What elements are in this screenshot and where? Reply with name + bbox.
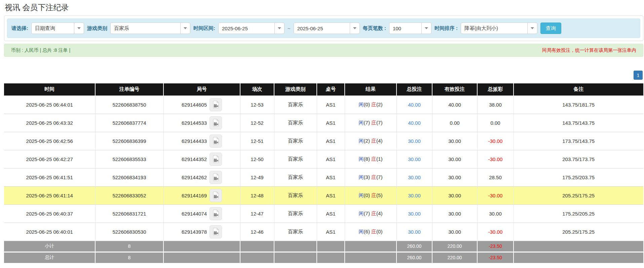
player-result-count: (0) [364,192,370,198]
col-table: 桌号 [317,83,345,95]
notice-text: 同局有效投注，统一计算在该局第一张注单内 [542,47,636,53]
cell-note: 203.75/173.75 [514,150,643,168]
round-id-text: 629144352 [182,156,207,162]
table-row: 2025-06-25 06:42:56 522606836399 6291444… [4,132,643,150]
video-replay-button[interactable] [210,189,222,202]
player-result-label: 闲 [359,174,364,180]
date-from-value: 2025-06-25 [219,23,274,34]
date-to-select[interactable]: 2025-06-25 [294,23,360,34]
video-replay-button[interactable] [210,171,222,184]
player-result-count: (0) [364,102,370,107]
cell-round-id: 629143978 [163,223,240,241]
cell-total-bet[interactable]: 40.00 [396,95,432,114]
cell-table: AS1 [317,114,345,132]
cell-valid-bet: 30.00 [432,168,477,186]
cell-payout: 28.50 [477,168,514,186]
video-replay-button[interactable] [210,135,222,148]
date-from-select[interactable]: 2025-06-25 [218,23,285,34]
cell-round-id: 629144605 [163,95,240,114]
cell-valid-bet: 30.00 [432,150,477,168]
cell-total-bet[interactable]: 40.00 [396,114,432,132]
cell-session: 12-50 [240,150,274,168]
cell-valid-bet: 30.00 [432,223,477,241]
table-row: 2025-06-25 06:41:14 522606833052 6291441… [4,186,643,204]
chevron-down-icon [180,23,190,34]
video-file-icon [212,155,220,163]
cell-session: 12-49 [240,168,274,186]
cell-payout: 0.00 [477,114,514,132]
cell-session: 12-47 [240,204,274,223]
banker-result-label: 庄 [371,156,376,162]
currency-summary-text: 币别 : 人民币 | 总共 :8 注单 | [11,47,70,53]
page-1-button[interactable]: 1 [634,71,643,80]
cell-table: AS1 [317,132,345,150]
subtotal-valid-bet: 220.00 [432,241,477,252]
cell-round-id: 629144433 [163,132,240,150]
player-result-label: 闲 [359,210,364,216]
sort-order-select[interactable]: 降幂(由大到小) [461,23,537,34]
chevron-down-icon [421,23,431,34]
chevron-down-icon [74,23,84,34]
cell-bet-id: 522606833052 [95,186,163,204]
query-type-select[interactable]: 日期查询 [31,23,84,34]
grand-total-label: 总计 [4,252,95,263]
cell-total-bet[interactable]: 30.00 [396,168,432,186]
search-button[interactable]: 查询 [540,23,561,34]
cell-table: AS1 [317,186,345,204]
video-file-icon [212,101,220,109]
table-row: 2025-06-25 06:40:37 522606831721 6291440… [4,204,643,223]
cell-note: 143.75/143.75 [514,114,643,132]
cell-result: 闲(3) 庄(7) [345,168,396,186]
date-to-value: 2025-06-25 [294,23,350,34]
cell-total-bet[interactable]: 30.00 [396,150,432,168]
cell-bet-id: 522606831721 [95,204,163,223]
cell-result: 闲(2) 庄(4) [345,132,396,150]
summary-bar: 币别 : 人民币 | 总共 :8 注单 | 同局有效投注，统一计算在该局第一张注… [4,44,643,57]
cell-note: 175.25/205.25 [514,204,643,223]
cell-round-id: 629144169 [163,186,240,204]
cell-table: AS1 [317,168,345,186]
cell-bet-id: 522606830530 [95,223,163,241]
cell-game: 百家乐 [274,95,317,114]
cell-total-bet[interactable]: 30.00 [396,223,432,241]
chevron-down-icon [527,23,537,34]
cell-total-bet[interactable]: 30.00 [396,132,432,150]
banker-result-label: 庄 [371,102,376,107]
pagination: 1 [0,71,643,80]
player-result-count: (6) [364,229,370,234]
game-type-label: 游戏类别 [87,25,107,32]
table-row: 2025-06-25 06:42:27 522606835533 6291443… [4,150,643,168]
cell-time: 2025-06-25 06:43:32 [4,114,95,132]
subtotal-label: 小计 [4,241,95,252]
video-replay-button[interactable] [210,98,222,111]
game-type-select[interactable]: 百家乐 [110,23,190,34]
cell-note: 205.25/175.25 [514,186,643,204]
grand-total-count: 8 [95,252,163,263]
banker-result-label: 庄 [371,120,376,125]
cell-time: 2025-06-25 06:42:27 [4,150,95,168]
table-row: 2025-06-25 06:40:01 522606830530 6291439… [4,223,643,241]
cell-valid-bet: 40.00 [432,95,477,114]
video-replay-button[interactable] [210,116,222,129]
video-replay-button[interactable] [210,207,222,220]
table-row: 2025-06-25 06:44:01 522606838750 6291446… [4,95,643,114]
cell-result: 闲(0) 庄(2) [345,95,396,114]
page-size-select[interactable]: 100 [389,23,431,34]
cell-time: 2025-06-25 06:41:51 [4,168,95,186]
time-range-label: 时间区间: [193,25,215,32]
col-bet-id: 注单编号 [95,83,163,95]
player-result-count: (3) [364,174,370,180]
col-valid-bet: 有效投注 [432,83,477,95]
cell-total-bet[interactable]: 30.00 [396,186,432,204]
video-replay-button[interactable] [210,225,222,238]
cell-game: 百家乐 [274,223,317,241]
player-result-count: (2) [364,138,370,144]
cell-total-bet[interactable]: 30.00 [396,204,432,223]
video-file-icon [212,228,220,236]
grand-total-empty-cell [163,252,240,263]
table-header-row: 时间 注单编号 局号 场次 游戏类别 桌号 结果 总投注 有效投注 总派彩 备注 [4,83,643,95]
query-type-select-value: 日期查询 [32,23,74,34]
cell-game: 百家乐 [274,168,317,186]
subtotal-empty-cell [274,241,317,252]
video-replay-button[interactable] [210,153,222,166]
